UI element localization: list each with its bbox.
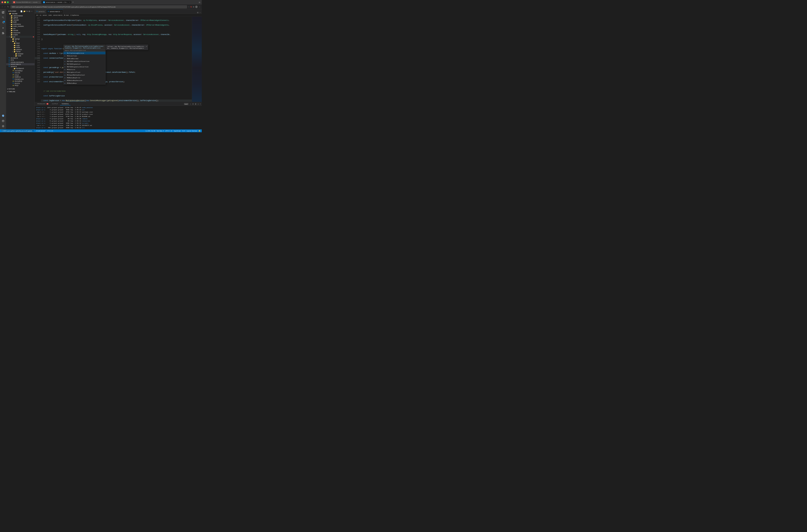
- sidebar-item-node[interactable]: ▾ 📁 node: [6, 55, 35, 57]
- autocomplete-item-msmediakeysession[interactable]: ⊙ MSMediaKeySession: [63, 79, 106, 82]
- forward-button[interactable]: ›: [4, 5, 6, 8]
- sidebar-item-typings[interactable]: › 📁 typings: [6, 38, 35, 40]
- refresh-explorer-icon[interactable]: ↻: [26, 10, 28, 12]
- editor-tab-server-ts[interactable]: TS server.ts: [35, 10, 46, 14]
- new-file-icon[interactable]: 📄: [20, 10, 23, 12]
- status-line-ending[interactable]: LF: [170, 130, 173, 132]
- url-input[interactable]: [11, 5, 187, 8]
- sidebar-file-monaco[interactable]: TS monaco.d.ts: [6, 78, 35, 80]
- google-icon[interactable]: G: [191, 6, 192, 8]
- code-editor[interactable]: 227 228 229 230 231 232 233 234 235 236 …: [35, 17, 202, 102]
- sidebar-item-browser[interactable]: › 📁 browser: [6, 53, 35, 55]
- sidebar-item-out[interactable]: › 📁 out: [6, 27, 35, 30]
- sidebar-item-base[interactable]: › 📁 base: [6, 42, 35, 44]
- panel-tab-problems[interactable]: PROBLEMS 2: [36, 102, 50, 105]
- sidebar-item-workbench[interactable]: › 📁 workbench: [6, 68, 35, 70]
- more-editor-icon[interactable]: ⋯: [199, 12, 201, 14]
- timeline-section[interactable]: ▸ TIMELINE: [6, 90, 35, 93]
- sidebar-file-server[interactable]: TS server.ts: [6, 65, 35, 68]
- kill-terminal-icon[interactable]: 🗑: [195, 103, 196, 105]
- panel-tab-output[interactable]: OUTPUT: [51, 102, 60, 105]
- sidebar-file-css-d[interactable]: TS css.d.ts: [6, 72, 35, 74]
- status-version[interactable]: 4.3.5: [181, 130, 186, 132]
- bookmark-icon[interactable]: ☆: [188, 6, 190, 8]
- status-layout[interactable]: Layout: German: [186, 130, 198, 132]
- activity-source-control[interactable]: 1: [1, 21, 5, 25]
- status-branch[interactable]: ⎇ web-server*: [35, 130, 46, 132]
- panel-up-icon[interactable]: ∧: [198, 103, 199, 105]
- sidebar-file-css[interactable]: JS css.js: [6, 74, 35, 76]
- menu-icon[interactable]: ⋮: [199, 6, 201, 8]
- split-terminal-icon[interactable]: ⊟: [192, 103, 194, 105]
- activity-explorer[interactable]: [1, 10, 5, 14]
- autocomplete-item-msfido-credential[interactable]: ⊙ MSFIDOCredentialAssertion: [63, 60, 106, 62]
- sidebar-item-vs[interactable]: ▾ 📁 vs: [6, 40, 35, 42]
- panel-close-icon[interactable]: ×: [200, 103, 201, 105]
- tab-preview-readme[interactable]: G Preview README.md — vscode ×: [12, 1, 41, 4]
- extensions-icon[interactable]: ⊞: [199, 1, 200, 3]
- sidebar-file-server-main[interactable]: TS server.main.ts: [6, 63, 35, 65]
- sidebar-root-vscode[interactable]: ▾ 📁 VSCODE: [6, 13, 35, 15]
- tab-close-x[interactable]: ×: [61, 11, 62, 13]
- sidebar-item-node-modules[interactable]: › 📁 node_modules: [6, 25, 35, 27]
- activity-remote[interactable]: [1, 114, 5, 118]
- autocomplete-item-msgraphics[interactable]: ⊙ MSGraphicsTrust: [63, 71, 106, 74]
- back-button[interactable]: ‹: [1, 5, 3, 8]
- activity-extensions[interactable]: [1, 31, 5, 35]
- collapse-all-icon[interactable]: ⊟: [29, 10, 30, 12]
- sidebar-item-platform[interactable]: › 📁 platform: [6, 49, 35, 51]
- status-remote[interactable]: ⟩⟨ 3000-cyan-python-qzbis0cq.ws-eu16.git…: [1, 130, 34, 132]
- breadcrumb-vs[interactable]: vs: [40, 14, 41, 16]
- autocomplete-item-msfido-sigassertion[interactable]: ⊙ MSFIDOSignatureAssertion: [63, 65, 106, 68]
- sidebar-file-nls-build[interactable]: JS nls.build.js: [6, 80, 35, 82]
- tab-close-active[interactable]: ×: [69, 1, 70, 3]
- sidebar-item-code[interactable]: › 📁 code: [6, 44, 35, 46]
- outline-section[interactable]: ▸ OUTLINE: [6, 88, 35, 90]
- sidebar-file-css-build[interactable]: JS css.build.js: [6, 70, 35, 72]
- status-language[interactable]: TypeScript: [173, 130, 181, 132]
- new-tab-button[interactable]: +: [72, 1, 74, 4]
- sidebar-item-src[interactable]: ▾ 📁 src: [6, 36, 35, 38]
- activity-settings[interactable]: [1, 124, 5, 128]
- status-tab-size[interactable]: Tab Size: 4: [156, 130, 165, 132]
- activity-run[interactable]: [1, 26, 5, 30]
- extensions-icon[interactable]: ⊞: [193, 6, 194, 8]
- autocomplete-item-msfido-sig[interactable]: ⊙ MSFIDOSignature: [63, 62, 106, 65]
- profile-icon[interactable]: A: [195, 5, 198, 8]
- sidebar-file-loader[interactable]: JS loader.js: [6, 76, 35, 78]
- close-button[interactable]: [1, 1, 3, 3]
- sidebar-item-devcontainer[interactable]: › 📁 .devcontainer: [6, 15, 35, 17]
- panel-tab-terminal[interactable]: TERMINAL: [60, 102, 70, 105]
- breadcrumb-function[interactable]: ⊕ main: [64, 14, 69, 16]
- autocomplete-item-msassertion[interactable]: ⊙ MSAssertion: [63, 54, 106, 57]
- autocomplete-item-msinput[interactable]: ⊙ MSInputMethodContext: [63, 74, 106, 76]
- sidebar-file-cli[interactable]: TS cli.ts: [6, 59, 35, 61]
- sidebar-file-nls-d[interactable]: TS nls.d.ts: [6, 82, 35, 84]
- breadcrumb-src[interactable]: src: [36, 14, 38, 16]
- activity-search[interactable]: [1, 15, 5, 20]
- tab-close-button[interactable]: ×: [39, 1, 39, 3]
- tab-server-main[interactable]: TS server.main.ts — vscode — Co… ×: [41, 1, 71, 4]
- sidebar-item-extensions[interactable]: › 📁 extensions: [6, 23, 35, 25]
- breadcrumb-var[interactable]: ⊙ logService: [70, 14, 79, 16]
- editor-tab-server-main-ts[interactable]: TS server.main.ts ×: [46, 10, 63, 14]
- new-folder-icon[interactable]: 📁: [23, 10, 25, 12]
- sidebar-item-server[interactable]: ▾ 📁 server: [6, 51, 35, 53]
- activity-account[interactable]: [1, 119, 5, 123]
- status-sync[interactable]: ⟳ 2 ⚠ 0: [47, 130, 53, 132]
- autocomplete-popup[interactable]: (alias) new MultiplexLogService(logServi…: [63, 45, 106, 85]
- split-editor-icon[interactable]: ⊞: [197, 12, 199, 14]
- sidebar-item-github[interactable]: › 📁 .github: [6, 17, 35, 19]
- terminal-output[interactable]: drwxr-xr-x 1054 gitpod gitpod 32766 Sep …: [35, 106, 202, 129]
- sidebar-file-remote-terminal[interactable]: TS remote-terminal.ts: [6, 61, 35, 63]
- sidebar-item-editor[interactable]: › 📁 editor: [6, 46, 35, 49]
- sidebar-file-cli-main[interactable]: TS cli.main.ts: [6, 57, 35, 59]
- sidebar-item-scripts[interactable]: › 📁 scripts: [6, 34, 35, 36]
- autocomplete-item-multiplex[interactable]: ⊙ MultiplexLogService: [63, 52, 106, 54]
- minimize-button[interactable]: [4, 1, 6, 3]
- more-actions-icon[interactable]: ⋯: [31, 10, 33, 12]
- autocomplete-item-msblobbuilder[interactable]: ⊙ MSBlobBuilder: [63, 57, 106, 60]
- status-bell[interactable]: 🔔: [198, 130, 201, 132]
- add-terminal-icon[interactable]: ＋: [190, 103, 191, 105]
- status-encoding[interactable]: UTF-8: [165, 130, 170, 132]
